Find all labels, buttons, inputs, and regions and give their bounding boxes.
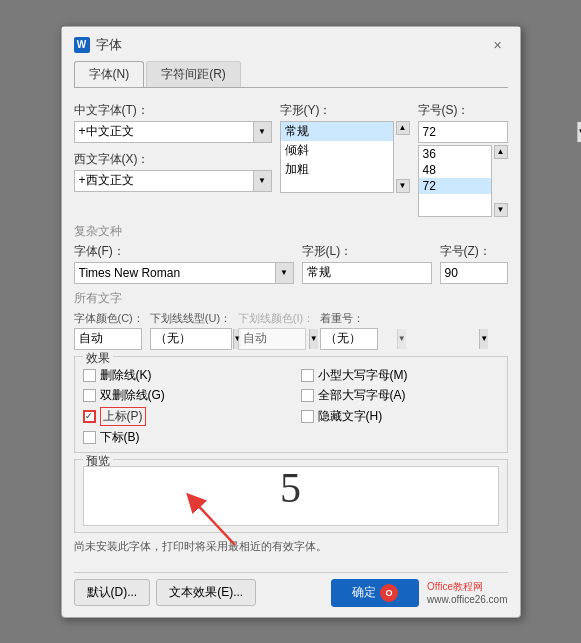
effect-double-strikethrough: 双删除线(G)	[83, 387, 281, 404]
btn-right-group: 确定 O Office教程网 www.office26.com	[331, 579, 507, 607]
fuza-zihao-wrapper: 字号(Z)： ▼	[440, 243, 508, 284]
xingzhuang-scroll-up[interactable]: ▲	[396, 121, 410, 135]
fuza-xing-label: 字形(L)：	[302, 243, 432, 260]
superscript-label: 上标(P)	[100, 407, 146, 426]
underline-color-label: 下划线颜色(I)：	[238, 311, 314, 326]
top-row: 中文字体(T)： ▼ 西文字体(X)： ▼ 字形(Y)：	[74, 102, 508, 217]
fuza-font-label: 字体(F)：	[74, 243, 294, 260]
underline-color-dropdown[interactable]: ▼	[397, 329, 406, 349]
effect-strikethrough: 删除线(K)	[83, 367, 281, 384]
superscript-checkbox[interactable]: ✓	[83, 410, 96, 423]
zihao-dropdown-btn[interactable]: ▼	[577, 122, 582, 142]
fuza-xing-select[interactable]: ▼	[302, 262, 432, 284]
close-button[interactable]: ×	[488, 35, 508, 55]
hidden-checkbox[interactable]	[301, 410, 314, 423]
effects-legend: 效果	[83, 350, 113, 367]
font-dialog: W 字体 × 字体(N) 字符间距(R) 中文字体(T)： ▼ 西文字体(X)：	[61, 26, 521, 618]
fuza-font-select[interactable]: ▼	[74, 262, 294, 284]
zihao-label-1: 48	[423, 163, 436, 177]
preview-note: 尚未安装此字体，打印时将采用最相近的有效字体。	[74, 539, 508, 554]
chinese-font-label: 中文字体(T)：	[74, 102, 272, 119]
underline-select[interactable]: ▼	[150, 328, 232, 350]
fuza-zihao-input[interactable]	[441, 265, 582, 281]
zihao-item-1[interactable]: 48	[419, 162, 491, 178]
effects-grid: 删除线(K) 小型大写字母(M) 双删除线(G) 全部大写字母(A) ✓ 上标(…	[83, 363, 499, 446]
chinese-font-select[interactable]: ▼	[74, 121, 272, 143]
preview-box: 5	[83, 466, 499, 526]
btn-left-group: 默认(D)... 文本效果(E)...	[74, 579, 257, 606]
suoyou-section: 所有文字 字体颜色(C)： ▼ 下划线线型(U)： ▼	[74, 290, 508, 350]
western-font-select[interactable]: ▼	[74, 170, 272, 192]
chinese-font-col: 中文字体(T)： ▼ 西文字体(X)： ▼	[74, 102, 272, 217]
dialog-title: 字体	[96, 36, 122, 54]
confirm-label: 确定	[352, 584, 376, 601]
subscript-checkbox[interactable]	[83, 431, 96, 444]
suoyou-label: 所有文字	[74, 290, 508, 307]
double-strikethrough-checkbox[interactable]	[83, 389, 96, 402]
fuza-font-wrapper: 字体(F)： ▼	[74, 243, 294, 284]
default-button[interactable]: 默认(D)...	[74, 579, 151, 606]
tab-content-border	[74, 87, 508, 98]
effect-subscript: 下标(B)	[83, 429, 281, 446]
xingzhuang-scrollbar: ▲ ▼	[396, 121, 410, 193]
fuza-font-dropdown-btn[interactable]: ▼	[275, 263, 293, 283]
xingzhuang-label: 字形(Y)：	[280, 102, 410, 119]
zihao-item-0[interactable]: 36	[419, 146, 491, 162]
zihao-input[interactable]	[419, 124, 577, 140]
fuza-zihao-label: 字号(Z)：	[440, 243, 508, 260]
xingzhuang-col: 字形(Y)： 常规 倾斜 加粗 ▲	[280, 102, 410, 217]
preview-section: 预览 5	[74, 459, 508, 533]
confirm-button[interactable]: 确定 O	[331, 579, 419, 607]
underline-color-wrapper: 下划线颜色(I)： ▼	[238, 311, 314, 350]
emphasis-dropdown[interactable]: ▼	[479, 329, 488, 349]
site-info: Office教程网 www.office26.com	[427, 580, 507, 606]
all-caps-checkbox[interactable]	[301, 389, 314, 402]
zihao-scroll-down[interactable]: ▼	[494, 203, 508, 217]
xingzhuang-item-label-2: 加粗	[285, 161, 309, 178]
color-label: 字体颜色(C)：	[74, 311, 144, 326]
western-font-input[interactable]	[75, 173, 253, 189]
xingzhuang-item-0[interactable]: 常规	[281, 122, 393, 141]
zihao-label: 字号(S)：	[418, 102, 508, 119]
fuza-section: 复杂文种 字体(F)： ▼ 字形(L)： ▼ 字	[74, 223, 508, 284]
zihao-input-wrapper[interactable]: ▼	[418, 121, 508, 143]
strikethrough-label: 删除线(K)	[100, 367, 152, 384]
effect-small-caps: 小型大写字母(M)	[301, 367, 499, 384]
underline-color-input[interactable]	[239, 331, 397, 347]
fuza-label: 复杂文种	[74, 223, 508, 240]
fuza-xing-input[interactable]	[303, 265, 461, 281]
title-bar: W 字体 ×	[62, 27, 520, 55]
zihao-item-2[interactable]: 72	[419, 178, 491, 194]
strikethrough-checkbox[interactable]	[83, 369, 96, 382]
wps-icon: W	[74, 37, 90, 53]
text-effect-button[interactable]: 文本效果(E)...	[156, 579, 256, 606]
subscript-label: 下标(B)	[100, 429, 140, 446]
content-area: 中文字体(T)： ▼ 西文字体(X)： ▼ 字形(Y)：	[62, 98, 520, 572]
emphasis-label: 着重号：	[320, 311, 378, 326]
zihao-list[interactable]: 36 48 72	[418, 145, 492, 217]
site-url: www.office26.com	[427, 593, 507, 606]
tabs-container: 字体(N) 字符间距(R)	[62, 55, 520, 87]
fuza-zihao-select[interactable]: ▼	[440, 262, 508, 284]
xingzhuang-scroll-down[interactable]: ▼	[396, 179, 410, 193]
small-caps-label: 小型大写字母(M)	[318, 367, 408, 384]
color-select[interactable]: ▼	[74, 328, 142, 350]
office-icon: O	[380, 584, 398, 602]
effect-all-caps: 全部大写字母(A)	[301, 387, 499, 404]
xingzhuang-list[interactable]: 常规 倾斜 加粗	[280, 121, 394, 193]
zihao-label-2: 72	[423, 179, 436, 193]
fuza-xing-wrapper: 字形(L)： ▼	[302, 243, 432, 284]
small-caps-checkbox[interactable]	[301, 369, 314, 382]
xingzhuang-item-1[interactable]: 倾斜	[281, 141, 393, 160]
color-wrapper: 字体颜色(C)： ▼	[74, 311, 144, 350]
underline-color-select[interactable]: ▼	[238, 328, 306, 350]
chinese-font-dropdown-btn[interactable]: ▼	[253, 122, 271, 142]
fuza-font-input[interactable]	[75, 265, 275, 281]
chinese-font-input[interactable]	[75, 124, 253, 140]
western-font-dropdown-btn[interactable]: ▼	[253, 171, 271, 191]
tab-font[interactable]: 字体(N)	[74, 61, 145, 87]
xingzhuang-item-2[interactable]: 加粗	[281, 160, 393, 179]
tab-spacing[interactable]: 字符间距(R)	[146, 61, 241, 87]
zihao-scroll-up[interactable]: ▲	[494, 145, 508, 159]
western-font-label: 西文字体(X)：	[74, 151, 272, 168]
